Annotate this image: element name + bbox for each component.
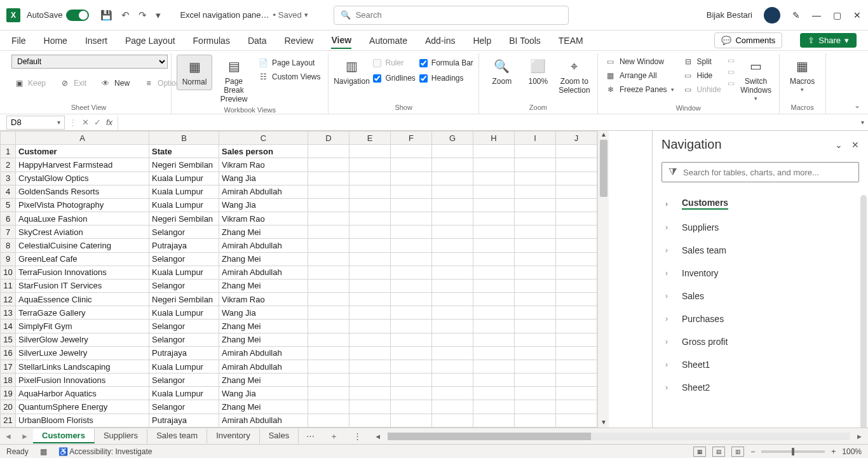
cell[interactable] (473, 400, 515, 414)
cell[interactable]: PixelVista Photography (16, 198, 149, 212)
cell[interactable] (308, 346, 349, 360)
cell[interactable] (556, 414, 597, 427)
select-all[interactable] (1, 131, 16, 145)
zoom-out-icon[interactable]: − (750, 447, 755, 456)
cell[interactable]: Zhang Mei (219, 252, 308, 266)
cell[interactable]: Vikram Rao (219, 212, 308, 226)
cell[interactable] (515, 158, 556, 172)
cell[interactable] (556, 212, 597, 226)
cell[interactable] (308, 333, 349, 346)
normal-button[interactable]: ▦Normal (177, 55, 212, 90)
pen-icon[interactable]: ✎ (792, 10, 801, 20)
cell[interactable] (432, 239, 473, 252)
stats-icon[interactable]: ▦ (40, 447, 47, 456)
cell[interactable] (473, 198, 515, 212)
cell[interactable] (556, 346, 597, 360)
ribbon-tab-review[interactable]: Review (285, 33, 314, 48)
cell[interactable] (349, 198, 391, 212)
fx-icon[interactable]: fx (106, 118, 112, 127)
custom-views-button[interactable]: ☷Custom Views (255, 71, 323, 83)
col-header-I[interactable]: I (515, 131, 556, 145)
cell[interactable] (515, 333, 556, 346)
macros-button[interactable]: ▦Macros▾ (785, 55, 820, 95)
row-header[interactable]: 15 (1, 333, 16, 346)
cell[interactable] (391, 266, 432, 279)
cell[interactable] (515, 387, 556, 400)
cell[interactable]: Kuala Lumpur (149, 306, 219, 320)
cancel-icon[interactable]: ✕ (82, 118, 89, 127)
cell[interactable] (432, 266, 473, 279)
cell[interactable]: Customer (16, 145, 149, 158)
cell[interactable]: Putrajaya (149, 346, 219, 360)
cell[interactable] (308, 414, 349, 427)
cell[interactable] (432, 293, 473, 306)
cell[interactable] (473, 172, 515, 185)
cell[interactable]: Selangor (149, 333, 219, 346)
cell[interactable] (432, 185, 473, 198)
cell[interactable]: Wang Jia (219, 198, 308, 212)
split-button[interactable]: ⊟Split (681, 56, 724, 67)
cell[interactable] (432, 158, 473, 172)
cell[interactable]: Amirah Abdullah (219, 360, 308, 373)
sheet-tab-sales-team[interactable]: Sales team (147, 429, 207, 443)
col-header-H[interactable]: H (473, 131, 515, 145)
row-header[interactable]: 5 (1, 198, 16, 212)
cell[interactable] (349, 374, 391, 387)
col-header-B[interactable]: B (149, 131, 219, 145)
restore-icon[interactable]: ▢ (832, 10, 841, 20)
cell[interactable] (473, 185, 515, 198)
cell[interactable] (432, 387, 473, 400)
cell[interactable] (349, 239, 391, 252)
cell[interactable]: Kuala Lumpur (149, 185, 219, 198)
new-sheet-icon[interactable]: ＋ (322, 431, 346, 442)
nav-item-sales-team[interactable]: ›Sales team (653, 239, 868, 262)
cell[interactable] (349, 306, 391, 320)
nav-item-inventory[interactable]: ›Inventory (653, 262, 868, 285)
cell[interactable]: Putrajaya (149, 239, 219, 252)
cell[interactable] (349, 145, 391, 158)
ribbon-tab-page-layout[interactable]: Page Layout (125, 33, 175, 48)
ribbon-tab-view[interactable]: View (331, 32, 351, 49)
cell[interactable]: Zhang Mei (219, 226, 308, 239)
nav-search-input[interactable] (683, 168, 852, 177)
cell[interactable] (308, 387, 349, 400)
cell[interactable] (515, 212, 556, 226)
cell[interactable] (349, 400, 391, 414)
cell[interactable] (515, 172, 556, 185)
ruler-checkbox[interactable]: Ruler (373, 57, 415, 69)
cell[interactable]: StellarLinks Landscaping (16, 360, 149, 373)
cell[interactable] (349, 212, 391, 226)
cell[interactable] (473, 320, 515, 333)
cell[interactable]: Wang Jia (219, 306, 308, 320)
cell[interactable] (308, 212, 349, 226)
cell[interactable]: Putrajaya (149, 414, 219, 427)
new-button[interactable]: 👁New (98, 77, 132, 89)
sheet-tab-suppliers[interactable]: Suppliers (95, 429, 147, 443)
cell[interactable] (308, 172, 349, 185)
cell[interactable] (473, 374, 515, 387)
cell[interactable]: HappyHarvest Farmstead (16, 158, 149, 172)
close-icon[interactable]: ✕ (851, 140, 859, 150)
cell[interactable] (515, 239, 556, 252)
cell[interactable]: Amirah Abdullah (219, 346, 308, 360)
redo-icon[interactable]: ↷ (139, 10, 147, 21)
cell[interactable]: Amirah Abdullah (219, 239, 308, 252)
switch-windows-button[interactable]: ▭Switch Windows▾ (738, 55, 774, 104)
enter-icon[interactable]: ✓ (94, 118, 101, 127)
cell[interactable]: AquaLuxe Fashion (16, 212, 149, 226)
cell[interactable] (556, 306, 597, 320)
row-header[interactable]: 16 (1, 346, 16, 360)
cell[interactable] (556, 252, 597, 266)
cell[interactable] (432, 279, 473, 292)
cell[interactable] (556, 198, 597, 212)
row-header[interactable]: 4 (1, 185, 16, 198)
nav-item-gross-profit[interactable]: ›Gross profit (653, 330, 868, 353)
comments-button[interactable]: 💬 Comments (714, 32, 782, 48)
col-header-A[interactable]: A (16, 131, 149, 145)
cell[interactable] (391, 293, 432, 306)
cell[interactable]: Kuala Lumpur (149, 360, 219, 373)
filename-chevron-icon[interactable]: ▾ (304, 11, 308, 19)
page-layout-button[interactable]: 📄Page Layout (255, 57, 323, 69)
cell[interactable]: Zhang Mei (219, 279, 308, 292)
cell[interactable] (556, 172, 597, 185)
